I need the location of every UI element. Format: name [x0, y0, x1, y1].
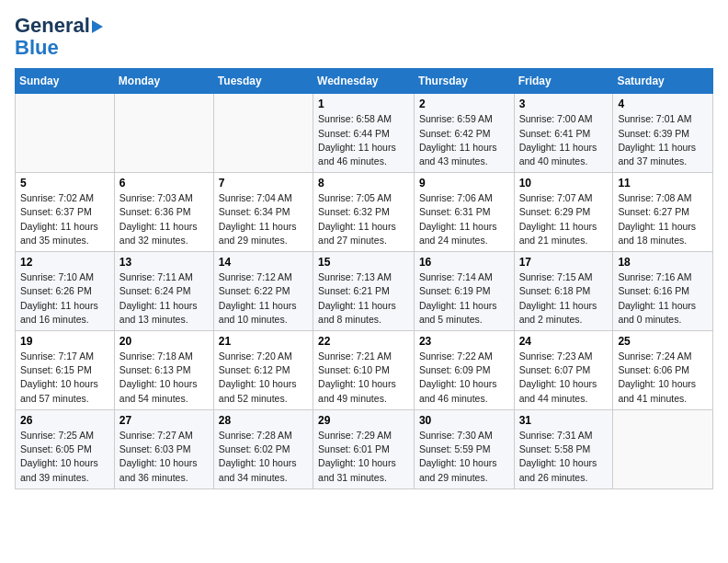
- day-info: Sunrise: 7:25 AM Sunset: 6:05 PM Dayligh…: [20, 429, 109, 485]
- day-info: Sunrise: 7:20 AM Sunset: 6:12 PM Dayligh…: [219, 350, 308, 406]
- calendar-cell: [114, 94, 213, 173]
- calendar-cell: 13Sunrise: 7:11 AM Sunset: 6:24 PM Dayli…: [114, 252, 213, 331]
- day-number: 1: [318, 98, 409, 110]
- day-info: Sunrise: 7:11 AM Sunset: 6:24 PM Dayligh…: [119, 270, 209, 327]
- calendar-cell: 5Sunrise: 7:02 AM Sunset: 6:37 PM Daylig…: [16, 173, 115, 252]
- calendar-week-4: 19Sunrise: 7:17 AM Sunset: 6:15 PM Dayli…: [16, 331, 713, 410]
- day-number: 13: [119, 256, 209, 269]
- calendar-cell: 14Sunrise: 7:12 AM Sunset: 6:22 PM Dayli…: [213, 252, 313, 331]
- header-cell-tuesday: Tuesday: [213, 69, 313, 94]
- calendar-cell: 17Sunrise: 7:15 AM Sunset: 6:18 PM Dayli…: [514, 252, 613, 331]
- calendar-week-2: 5Sunrise: 7:02 AM Sunset: 6:37 PM Daylig…: [16, 173, 713, 252]
- day-info: Sunrise: 7:14 AM Sunset: 6:19 PM Dayligh…: [419, 270, 509, 327]
- calendar-cell: 15Sunrise: 7:13 AM Sunset: 6:21 PM Dayli…: [313, 252, 415, 331]
- calendar-cell: 22Sunrise: 7:21 AM Sunset: 6:10 PM Dayli…: [313, 331, 415, 410]
- day-number: 29: [318, 414, 409, 427]
- day-number: 21: [219, 335, 308, 348]
- day-info: Sunrise: 7:13 AM Sunset: 6:21 PM Dayligh…: [318, 270, 409, 327]
- day-info: Sunrise: 7:07 AM Sunset: 6:29 PM Dayligh…: [519, 191, 609, 247]
- day-info: Sunrise: 6:59 AM Sunset: 6:42 PM Dayligh…: [419, 112, 509, 168]
- day-number: 17: [519, 256, 609, 269]
- calendar-cell: 24Sunrise: 7:23 AM Sunset: 6:07 PM Dayli…: [514, 331, 613, 410]
- logo: General Blue: [15, 15, 103, 59]
- day-info: Sunrise: 7:31 AM Sunset: 5:58 PM Dayligh…: [519, 429, 609, 485]
- calendar-cell: 8Sunrise: 7:05 AM Sunset: 6:32 PM Daylig…: [313, 173, 415, 252]
- calendar-cell: 16Sunrise: 7:14 AM Sunset: 6:19 PM Dayli…: [414, 252, 514, 331]
- day-number: 11: [618, 177, 708, 190]
- day-info: Sunrise: 7:16 AM Sunset: 6:16 PM Dayligh…: [618, 270, 708, 327]
- day-number: 30: [419, 414, 509, 427]
- day-info: Sunrise: 7:17 AM Sunset: 6:15 PM Dayligh…: [20, 350, 109, 406]
- day-number: 15: [318, 256, 409, 269]
- logo-text: General: [15, 15, 103, 37]
- day-number: 8: [318, 177, 409, 190]
- day-number: 19: [20, 335, 109, 348]
- logo-blue-text: Blue: [15, 36, 59, 59]
- day-info: Sunrise: 7:28 AM Sunset: 6:02 PM Dayligh…: [219, 429, 308, 485]
- day-info: Sunrise: 7:30 AM Sunset: 5:59 PM Dayligh…: [419, 429, 509, 485]
- calendar-cell: 4Sunrise: 7:01 AM Sunset: 6:39 PM Daylig…: [613, 94, 713, 173]
- day-info: Sunrise: 7:00 AM Sunset: 6:41 PM Dayligh…: [519, 112, 609, 168]
- day-number: 4: [618, 98, 708, 110]
- calendar-week-5: 26Sunrise: 7:25 AM Sunset: 6:05 PM Dayli…: [16, 409, 713, 488]
- day-number: 14: [219, 256, 308, 269]
- calendar-cell: 2Sunrise: 6:59 AM Sunset: 6:42 PM Daylig…: [414, 94, 514, 173]
- header-cell-sunday: Sunday: [16, 69, 115, 94]
- calendar-cell: 27Sunrise: 7:27 AM Sunset: 6:03 PM Dayli…: [114, 409, 213, 488]
- day-info: Sunrise: 7:18 AM Sunset: 6:13 PM Dayligh…: [119, 350, 209, 406]
- header-cell-thursday: Thursday: [414, 69, 514, 94]
- day-info: Sunrise: 7:15 AM Sunset: 6:18 PM Dayligh…: [519, 270, 609, 327]
- calendar-cell: 12Sunrise: 7:10 AM Sunset: 6:26 PM Dayli…: [16, 252, 115, 331]
- calendar-cell: 26Sunrise: 7:25 AM Sunset: 6:05 PM Dayli…: [16, 409, 115, 488]
- header-cell-saturday: Saturday: [613, 69, 713, 94]
- calendar-cell: 11Sunrise: 7:08 AM Sunset: 6:27 PM Dayli…: [613, 173, 713, 252]
- calendar-week-1: 1Sunrise: 6:58 AM Sunset: 6:44 PM Daylig…: [16, 94, 713, 173]
- calendar-cell: 30Sunrise: 7:30 AM Sunset: 5:59 PM Dayli…: [414, 409, 514, 488]
- day-number: 24: [519, 335, 609, 348]
- day-number: 7: [219, 177, 308, 190]
- calendar-cell: 28Sunrise: 7:28 AM Sunset: 6:02 PM Dayli…: [213, 409, 313, 488]
- day-number: 28: [219, 414, 308, 427]
- calendar-cell: 7Sunrise: 7:04 AM Sunset: 6:34 PM Daylig…: [213, 173, 313, 252]
- day-number: 25: [618, 335, 708, 348]
- calendar-cell: 20Sunrise: 7:18 AM Sunset: 6:13 PM Dayli…: [114, 331, 213, 410]
- header-cell-friday: Friday: [514, 69, 613, 94]
- day-info: Sunrise: 7:27 AM Sunset: 6:03 PM Dayligh…: [119, 429, 209, 485]
- day-number: 12: [20, 256, 109, 269]
- calendar-cell: 31Sunrise: 7:31 AM Sunset: 5:58 PM Dayli…: [514, 409, 613, 488]
- day-number: 3: [519, 98, 609, 110]
- page-header: General Blue: [15, 15, 713, 59]
- calendar-table: SundayMondayTuesdayWednesdayThursdayFrid…: [15, 68, 713, 488]
- day-number: 26: [20, 414, 109, 427]
- calendar-cell: 25Sunrise: 7:24 AM Sunset: 6:06 PM Dayli…: [613, 331, 713, 410]
- calendar-cell: 3Sunrise: 7:00 AM Sunset: 6:41 PM Daylig…: [514, 94, 613, 173]
- day-info: Sunrise: 7:29 AM Sunset: 6:01 PM Dayligh…: [318, 429, 409, 485]
- calendar-cell: 6Sunrise: 7:03 AM Sunset: 6:36 PM Daylig…: [114, 173, 213, 252]
- day-number: 10: [519, 177, 609, 190]
- calendar-cell: 23Sunrise: 7:22 AM Sunset: 6:09 PM Dayli…: [414, 331, 514, 410]
- calendar-cell: [16, 94, 115, 173]
- day-info: Sunrise: 7:22 AM Sunset: 6:09 PM Dayligh…: [419, 350, 509, 406]
- day-number: 5: [20, 177, 109, 190]
- day-info: Sunrise: 7:12 AM Sunset: 6:22 PM Dayligh…: [219, 270, 308, 327]
- header-cell-monday: Monday: [114, 69, 213, 94]
- header-row: SundayMondayTuesdayWednesdayThursdayFrid…: [16, 69, 713, 94]
- day-info: Sunrise: 7:05 AM Sunset: 6:32 PM Dayligh…: [318, 191, 409, 247]
- day-info: Sunrise: 7:23 AM Sunset: 6:07 PM Dayligh…: [519, 350, 609, 406]
- calendar-cell: 29Sunrise: 7:29 AM Sunset: 6:01 PM Dayli…: [313, 409, 415, 488]
- day-info: Sunrise: 6:58 AM Sunset: 6:44 PM Dayligh…: [318, 112, 409, 168]
- day-number: 16: [419, 256, 509, 269]
- day-number: 18: [618, 256, 708, 269]
- day-info: Sunrise: 7:24 AM Sunset: 6:06 PM Dayligh…: [618, 350, 708, 406]
- day-info: Sunrise: 7:02 AM Sunset: 6:37 PM Dayligh…: [20, 191, 109, 247]
- calendar-cell: [213, 94, 313, 173]
- day-info: Sunrise: 7:04 AM Sunset: 6:34 PM Dayligh…: [219, 191, 308, 247]
- day-info: Sunrise: 7:03 AM Sunset: 6:36 PM Dayligh…: [119, 191, 209, 247]
- day-number: 9: [419, 177, 509, 190]
- calendar-body: 1Sunrise: 6:58 AM Sunset: 6:44 PM Daylig…: [16, 94, 713, 488]
- day-info: Sunrise: 7:06 AM Sunset: 6:31 PM Dayligh…: [419, 191, 509, 247]
- calendar-cell: 9Sunrise: 7:06 AM Sunset: 6:31 PM Daylig…: [414, 173, 514, 252]
- day-number: 31: [519, 414, 609, 427]
- calendar-cell: 10Sunrise: 7:07 AM Sunset: 6:29 PM Dayli…: [514, 173, 613, 252]
- calendar-cell: 1Sunrise: 6:58 AM Sunset: 6:44 PM Daylig…: [313, 94, 415, 173]
